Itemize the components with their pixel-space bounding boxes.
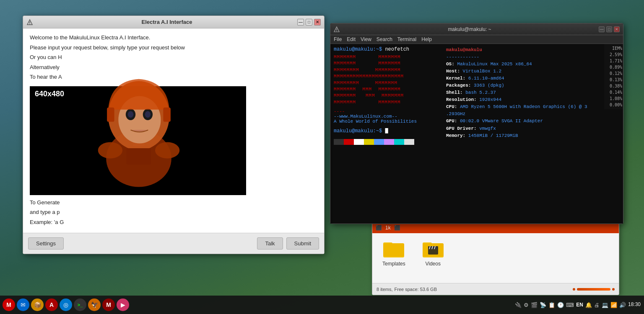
tray-computer-icon: 💻: [602, 302, 608, 308]
fm-items-count: 8 items,: [377, 287, 393, 292]
filemanager-window-controls: ⬛ 1k ⬛: [376, 225, 400, 231]
files-icon[interactable]: 🦅: [88, 299, 101, 311]
taskbar-app-icons: M ✉ 📦 A ◎ >_ 🦅 M ▶: [0, 299, 132, 311]
terminal-username: makulu@makulu: [446, 46, 620, 54]
tray-volume-icon[interactable]: 🔊: [619, 302, 626, 308]
terminal-ascii-row7: MMMMMMM MMM MMMMMMM: [334, 93, 443, 99]
terminal-menu-edit[interactable]: Edit: [347, 36, 356, 42]
ai-titlebar: Electra A.I Interface — □ ✕: [23, 16, 324, 28]
svg-rect-11: [107, 107, 114, 121]
tray-keyboard-icon: ⌨: [566, 302, 574, 308]
package-manager-icon[interactable]: 📦: [31, 299, 44, 311]
makulu2-icon[interactable]: M: [102, 299, 115, 311]
terminal-taskbar-icon[interactable]: >_: [74, 299, 86, 311]
terminal-minimize-button[interactable]: —: [599, 26, 605, 32]
terminal-content[interactable]: makulu@makulu:~$ neofetch MMMMMMM MMMMMM…: [330, 44, 623, 224]
ai-video-area: 640x480: [30, 86, 246, 195]
makulu-menu-icon[interactable]: M: [3, 299, 15, 311]
close-button[interactable]: ✕: [314, 19, 321, 26]
terminal-packages: Packages: 3363 (dpkg): [446, 82, 620, 89]
terminal-close-button[interactable]: ✕: [614, 26, 620, 32]
appstore-icon[interactable]: A: [45, 299, 58, 311]
taskbar-system-tray: 🔌 ⚙ 🎬 📡 📋 🕐 ⌨ EN 🔔 🖨 💻 📶 🔊 18:30: [512, 301, 644, 308]
browser-icon[interactable]: ◎: [60, 299, 72, 311]
terminal-menu-file[interactable]: File: [334, 36, 342, 42]
videos-folder-icon: [422, 240, 444, 258]
terminal-ascii-row5: MMMMMMMM MMMMMMM: [334, 80, 443, 86]
desktop: Electra A.I Interface — □ ✕ Welcome to t…: [0, 0, 644, 314]
tray-settings-icon[interactable]: ⚙: [524, 302, 529, 308]
minimize-button[interactable]: —: [297, 19, 304, 26]
ai-welcome-line1: Welcome to the MakuluLinux Electra A.I I…: [30, 33, 317, 42]
terminal-cpu: CPU: AMD Ryzen 5 5600H with Radeon Graph…: [446, 103, 620, 111]
terminal-menu-view[interactable]: View: [361, 36, 371, 42]
terminal-ascii-row3: MMMMMMMM MMMMMMMM: [334, 67, 443, 73]
fm-icon2: 1k: [385, 225, 391, 231]
terminal-menu-search[interactable]: Search: [377, 36, 392, 42]
taskbar: M ✉ 📦 A ◎ >_ 🦅 M ▶ 🔌 ⚙ 🎬 📡 📋 🕐 ⌨: [0, 296, 644, 314]
terminal-ascii-row6: MMMMMMM MMM MMMMMMM: [334, 86, 443, 93]
tray-clipboard-icon: 📋: [548, 302, 555, 308]
terminal-menubar: File Edit View Search Terminal Help: [330, 35, 623, 44]
terminal-cpu-speed: .293GHz: [446, 111, 620, 118]
tray-lang-label: EN: [576, 302, 583, 308]
terminal-left-panel: makulu@makulu:~$ neofetch MMMMMMM MMMMMM…: [334, 46, 443, 221]
terminal-separator: ------------: [446, 54, 620, 61]
electra-logo-icon: [26, 19, 33, 26]
terminal-percent-overlay: IEM% 2.59% 1.71% 0.89% 0.12% 0.13% 0.38%…: [604, 44, 623, 109]
terminal-gpu: GPU: 00:02.0 VMware SVGA II Adapter: [446, 118, 620, 125]
terminal-memory: Memory: 1458MiB / 11729MiB: [446, 132, 620, 139]
terminal-menu-terminal[interactable]: Terminal: [397, 36, 416, 42]
terminal-resolution: Resolution: 1920x944: [446, 96, 620, 103]
tray-printer-icon: 🖨: [594, 302, 600, 308]
templates-label: Templates: [382, 261, 405, 267]
filemanager-content: Templates Videos: [372, 233, 619, 283]
ai-line6: To Generate: [30, 198, 317, 207]
tray-clock-icon: 🕐: [557, 302, 564, 308]
terminal-prompt1: makulu@makulu:~$ neofetch: [334, 46, 443, 52]
videos-label: Videos: [425, 261, 440, 267]
terminal-ascii-row2: MMMMMMM MMMMMMM: [334, 60, 443, 67]
svg-point-14: [155, 142, 179, 158]
tray-notification-icon[interactable]: 🔔: [585, 302, 592, 308]
clock-display: 18:30: [628, 301, 641, 308]
terminal-ascii-row4: MMMMMMMMMMMMMMMMMMMMMM: [334, 73, 443, 80]
zoom-slider-bar[interactable]: [577, 288, 610, 291]
tray-network-icon: 📡: [540, 302, 546, 308]
svg-point-2: [29, 23, 30, 24]
terminal-gpu-driver: GPU Driver: vmwgfx: [446, 125, 620, 132]
fm-icon1: ⬛: [376, 225, 382, 231]
videos-folder-item[interactable]: Videos: [422, 240, 444, 276]
maximize-button[interactable]: □: [306, 19, 312, 26]
submit-button[interactable]: Submit: [286, 237, 319, 250]
svg-rect-15: [127, 148, 151, 165]
terminal-kernel: Kernel: 6.11.10-amd64: [446, 75, 620, 82]
settings-button[interactable]: Settings: [28, 237, 64, 250]
terminal-tagline: A Whole World of Possibilities: [334, 119, 443, 124]
terminal-menu-help[interactable]: Help: [421, 36, 432, 42]
ai-footer: Settings Talk Submit: [23, 233, 324, 254]
media-player-icon[interactable]: ▶: [117, 299, 129, 311]
tray-wifi-icon: 📶: [610, 302, 617, 308]
terminal-color-bar: [334, 139, 443, 145]
ai-window-title: Electra A.I Interface: [36, 19, 297, 25]
ai-line8: Example: 'a G: [30, 218, 317, 226]
ai-content-area: Welcome to the MakuluLinux Electra A.I I…: [23, 28, 324, 233]
terminal-title: makulu@makulu: ~: [342, 26, 597, 32]
clock-time: 18:30: [628, 301, 641, 308]
fm-zoom-slider[interactable]: [573, 288, 615, 291]
svg-point-9: [128, 111, 134, 118]
svg-point-13: [98, 142, 122, 158]
ai-interface-window: Electra A.I Interface — □ ✕ Welcome to t…: [23, 15, 325, 254]
templates-folder-item[interactable]: Templates: [382, 240, 405, 276]
terminal-ascii-logo: MMMMMMM MMMMMMM: [334, 54, 443, 60]
talk-button[interactable]: Talk: [257, 237, 283, 250]
terminal-shell: Shell: bash 5.2.37: [446, 89, 620, 96]
fm-free-space: Free space: 53.6 GB: [395, 287, 437, 292]
terminal-ascii-row8: MMMMMMM MMMMMMM: [334, 99, 443, 106]
terminal-maximize-button[interactable]: □: [606, 26, 612, 32]
svg-point-10: [145, 111, 151, 118]
terminal-titlebar: makulu@makulu: ~ — □ ✕: [330, 23, 623, 35]
filemanager-window: ⬛ 1k ⬛ Templates: [372, 222, 619, 295]
thunderbird-icon[interactable]: ✉: [17, 299, 29, 311]
